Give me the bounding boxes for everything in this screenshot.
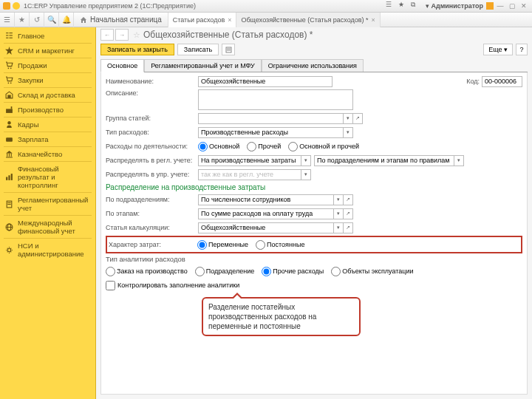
dropdown-bystage[interactable]: По сумме расходов на оплату труда: [198, 208, 334, 219]
input-name[interactable]: [198, 76, 332, 87]
user-label[interactable]: ▾ Администратор: [426, 2, 483, 10]
section-analytics: Тип аналитики расходов: [106, 255, 522, 263]
help-button[interactable]: ?: [516, 44, 528, 55]
dropdown-distreg-1[interactable]: На производственные затраты: [198, 155, 301, 166]
radio-other[interactable]: [262, 267, 271, 276]
minimize-button[interactable]: —: [495, 1, 505, 10]
dropdown-arrow-icon[interactable]: ▾: [454, 155, 464, 166]
titlebar-tool-icon[interactable]: ⧉: [411, 1, 421, 11]
radio-analytics: Заказ на производство Подразделение Проч…: [106, 267, 420, 276]
label-distreg: Распределять в регл. учете:: [106, 157, 198, 164]
radio-objects[interactable]: [331, 267, 341, 276]
dropdown-distreg-2[interactable]: По подразделениям и этапам по правилам: [314, 155, 454, 166]
label-name: Наименование:: [106, 78, 198, 85]
titlebar-tool-icon[interactable]: ☰: [386, 1, 396, 11]
label-activity: Расходы по деятельности:: [106, 143, 198, 150]
sidebar-item-sales[interactable]: Продажи: [0, 58, 95, 72]
save-button[interactable]: Записать: [177, 44, 219, 55]
star-icon[interactable]: ☆: [133, 30, 140, 40]
user-avatar-icon: [486, 2, 494, 10]
sidebar-item-treasury[interactable]: Казначейство: [0, 147, 95, 161]
search-button[interactable]: 🔍: [44, 13, 59, 27]
sidebar-item-crm[interactable]: CRM и маркетинг: [0, 44, 95, 58]
report-button[interactable]: [222, 44, 235, 55]
favorite-button[interactable]: ★: [15, 13, 30, 27]
sidebar-item-hr[interactable]: Кадры: [0, 117, 95, 132]
svg-point-9: [8, 82, 10, 83]
history-button[interactable]: ↺: [30, 13, 44, 27]
ptab-restrict[interactable]: Ограничение использования: [262, 59, 364, 72]
dropdown-type[interactable]: Производственные расходы: [198, 127, 344, 138]
radio-fixed[interactable]: [256, 240, 265, 250]
dropdown-arrow-icon[interactable]: ▾: [344, 113, 353, 124]
radio-activity-both[interactable]: [288, 142, 298, 151]
ptab-regacc[interactable]: Регламентированный учет и МФУ: [144, 59, 262, 72]
dropdown-group[interactable]: [198, 113, 344, 124]
dropdown-arrow-icon[interactable]: ▾: [301, 155, 311, 166]
more-button[interactable]: Еще ▾: [483, 44, 513, 55]
ptab-main[interactable]: Основное: [100, 59, 144, 72]
svg-rect-11: [7, 95, 10, 98]
label-bydept: По подразделениям:: [106, 196, 198, 203]
radio-activity-other[interactable]: [247, 142, 256, 151]
close-icon[interactable]: ×: [372, 16, 375, 24]
sidebar-item-regacc[interactable]: Регламентированный учет: [0, 193, 95, 215]
label-calcitem: Статья калькуляции:: [106, 224, 198, 231]
close-icon[interactable]: ×: [228, 16, 231, 24]
svg-point-29: [7, 248, 10, 251]
callout-annotation: Разделение постатейных производственных …: [202, 297, 361, 336]
svg-rect-19: [6, 157, 13, 157]
svg-rect-22: [11, 174, 13, 180]
svg-rect-1: [6, 35, 8, 35]
sidebar-item-salary[interactable]: Зарплата: [0, 132, 95, 146]
dropdown-arrow-icon[interactable]: ▾: [334, 194, 344, 205]
dropdown-bydept[interactable]: По численности сотрудников: [198, 194, 334, 205]
sidebar-item-nsi[interactable]: НСИ и администрирование: [0, 239, 95, 261]
label-distmgmt: Распределять в упр. учете:: [106, 171, 198, 178]
home-tab[interactable]: Начальная страница: [74, 13, 168, 27]
sidebar-item-production[interactable]: Производство: [0, 103, 95, 117]
sidebar-item-intlfin[interactable]: Международный финансовый учет: [0, 216, 95, 238]
dropdown-arrow-icon[interactable]: ▾: [334, 208, 344, 219]
tab-expenses[interactable]: Статьи расходов ×: [168, 13, 237, 27]
sidebar-item-main[interactable]: Главное: [0, 29, 95, 43]
dropdown-arrow-icon[interactable]: ▾: [301, 169, 311, 180]
svg-rect-3: [10, 33, 13, 33]
close-button[interactable]: ✕: [519, 1, 529, 10]
input-description[interactable]: [198, 89, 353, 110]
label-bystage: По этапам:: [106, 210, 198, 217]
notifications-button[interactable]: 🔔: [59, 13, 74, 27]
radio-variable[interactable]: [197, 240, 207, 250]
open-ref-icon[interactable]: ↗: [344, 194, 353, 205]
radio-order[interactable]: [106, 267, 115, 276]
radio-dept[interactable]: [195, 267, 205, 276]
open-ref-icon[interactable]: ↗: [344, 222, 353, 233]
dropdown-distmgmt[interactable]: так же как в регл. учете: [198, 169, 301, 180]
save-close-button[interactable]: Записать и закрыть: [100, 44, 174, 55]
sidebar-item-finres[interactable]: Финансовый результат и контроллинг: [0, 162, 95, 192]
open-ref-icon[interactable]: ↗: [344, 208, 353, 219]
back-button[interactable]: ←: [100, 29, 114, 41]
sidebar-item-warehouse[interactable]: Склад и доставка: [0, 88, 95, 102]
radio-activity-main[interactable]: [198, 142, 208, 151]
checkbox-control[interactable]: [106, 281, 115, 290]
svg-rect-12: [6, 109, 13, 113]
dropdown-arrow-icon[interactable]: ▾: [344, 127, 353, 138]
maximize-button[interactable]: ▢: [507, 1, 517, 10]
input-code[interactable]: [482, 76, 522, 87]
section-distribution: Распределение на производственные затрат…: [106, 183, 522, 191]
dropdown-calcitem[interactable]: Общехозяйственные: [198, 222, 334, 233]
open-ref-icon[interactable]: ↗: [353, 113, 363, 124]
sidebar-item-purchases[interactable]: Закупки: [0, 73, 95, 87]
tab-current[interactable]: Общехозяйственные (Статья расходов) * ×: [236, 13, 380, 27]
svg-rect-17: [9, 153, 10, 156]
highlight-cost-nature: Характер затрат: Переменные Постоянные: [106, 236, 522, 253]
titlebar-tool-icon[interactable]: ★: [398, 1, 409, 11]
menu-button[interactable]: ☰: [0, 13, 15, 27]
titlebar: 1С:ERP Управление предприятием 2 (1С:Пре…: [0, 0, 532, 13]
svg-rect-21: [8, 175, 10, 180]
home-icon: [80, 16, 87, 24]
forward-button[interactable]: →: [115, 29, 129, 41]
dropdown-arrow-icon[interactable]: ▾: [334, 222, 344, 233]
svg-rect-2: [6, 38, 8, 38]
